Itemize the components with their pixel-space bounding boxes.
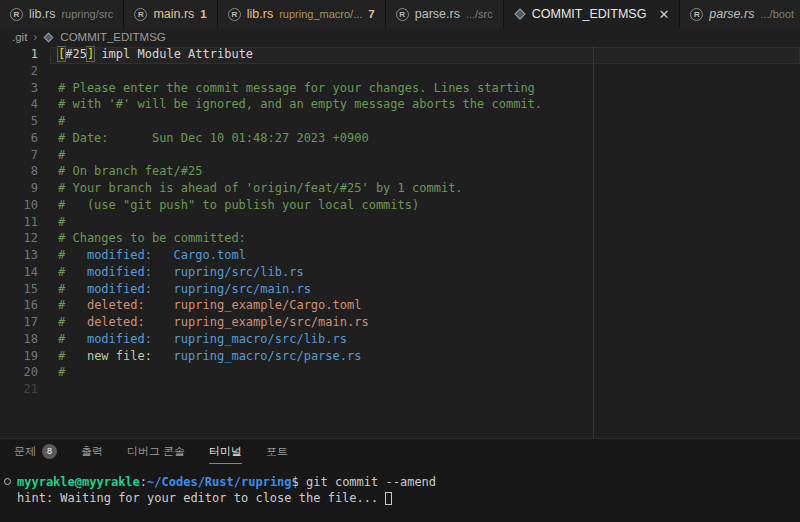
code-line-10[interactable]: # (use "git push" to publish your local … [50, 198, 800, 215]
terminal-text: hint: Waiting for your editor to close t… [17, 491, 385, 505]
code-line-13[interactable]: # modified: Cargo.toml [50, 248, 800, 265]
panel-tab-label: 문제 [14, 444, 36, 459]
git-diamond-icon [514, 8, 525, 19]
panel-tab-label: 디버그 콘솔 [127, 444, 185, 459]
code-line-9[interactable]: # Your branch is ahead of 'origin/feat/#… [50, 181, 800, 198]
rust-file-icon: R [396, 8, 409, 21]
editor-gutter: 123456789101112131415161718192021 [0, 47, 50, 399]
code-line-7[interactable]: # [50, 148, 800, 165]
code-token: deleted: rupring_example/Cargo.toml [65, 298, 361, 312]
code-line-16[interactable]: # deleted: rupring_example/Cargo.toml [50, 298, 800, 315]
editor-code[interactable]: [#25] impl Module Attribute# Please ente… [50, 47, 800, 399]
tab-description: .../src [466, 8, 493, 20]
tab-bar: Rlib.rsrupring/srcRmain.rs1Rlib.rsruprin… [0, 0, 800, 28]
code-line-3[interactable]: # Please enter the commit message for yo… [50, 81, 800, 98]
editor[interactable]: 123456789101112131415161718192021 [#25] … [0, 46, 800, 438]
line-number: 15 [0, 282, 50, 299]
code-token: # Changes to be committed: [58, 231, 246, 245]
problems-count-badge: 8 [42, 444, 57, 459]
tab-description: .../boot [760, 8, 794, 20]
terminal[interactable]: myyrakle@myyrakle:~/Codes/Rust/rupring$ … [0, 464, 800, 506]
code-token: # Your branch is ahead of 'origin/feat/#… [58, 181, 463, 195]
chevron-right-icon: › [33, 30, 37, 44]
line-number: 10 [0, 198, 50, 215]
rust-file-icon: R [134, 8, 147, 21]
panel-tab-label: 포트 [266, 444, 288, 459]
tab-label: parse.rs [709, 7, 754, 21]
line-number: 4 [0, 97, 50, 114]
breadcrumb[interactable]: .git › COMMIT_EDITMSG [0, 28, 800, 46]
rust-file-icon: R [228, 8, 241, 21]
code-line-8[interactable]: # On branch feat/#25 [50, 164, 800, 181]
code-token: #25 [65, 47, 87, 61]
tab-description: rupring_macro/... [279, 8, 362, 20]
line-number: 12 [0, 231, 50, 248]
breadcrumb-file[interactable]: COMMIT_EDITMSG [60, 31, 165, 43]
line-number: 17 [0, 315, 50, 332]
tab-problems-badge: 7 [368, 8, 374, 20]
code-line-1[interactable]: [#25] impl Module Attribute [50, 47, 800, 64]
tab-problems-badge: 1 [200, 8, 206, 20]
code-line-14[interactable]: # modified: rupring/src/lib.rs [50, 265, 800, 282]
code-line-20[interactable]: # [50, 365, 800, 382]
code-line-19[interactable]: # new file: rupring_macro/src/parse.rs [50, 349, 800, 366]
panel-tab-item[interactable]: 디버그 콘솔 [127, 439, 185, 464]
panel-tab-active[interactable]: 터미널 [209, 439, 242, 464]
code-token: impl Module Attribute [94, 47, 253, 61]
git-diamond-icon [44, 32, 54, 42]
panel-tab-item[interactable]: 출력 [81, 439, 103, 464]
code-line-12[interactable]: # Changes to be committed: [50, 231, 800, 248]
code-line-5[interactable]: # [50, 114, 800, 131]
code-token: deleted: rupring_example/src/main.rs [65, 315, 368, 329]
tab-parse-rs-3[interactable]: Rparse.rs.../src [386, 0, 504, 28]
line-number: 16 [0, 298, 50, 315]
rust-file-icon: R [690, 8, 703, 21]
tab-lib-rs-2[interactable]: Rlib.rsrupring_macro/...7 [218, 0, 386, 28]
column-ruler [593, 46, 594, 438]
code-line-11[interactable]: # [50, 215, 800, 232]
line-number: 6 [0, 131, 50, 148]
tab-label: lib.rs [29, 7, 55, 21]
breadcrumb-folder[interactable]: .git [12, 31, 27, 43]
terminal-text: myyrakle@myyrakle [17, 475, 140, 489]
code-token: # Please enter the commit message for yo… [58, 81, 535, 95]
tab-lib-rs-0[interactable]: Rlib.rsrupring/src [0, 0, 124, 28]
tab-label: main.rs [153, 7, 194, 21]
tab-label: parse.rs [415, 7, 460, 21]
tab-parse-rs-5[interactable]: Rparse.rs.../boot [680, 0, 800, 28]
code-token: modified: Cargo.toml [65, 248, 246, 262]
code-token: # [58, 215, 65, 229]
line-number: 8 [0, 164, 50, 181]
line-number: 11 [0, 215, 50, 232]
line-number: 14 [0, 265, 50, 282]
line-number: 9 [0, 181, 50, 198]
code-line-17[interactable]: # deleted: rupring_example/src/main.rs [50, 315, 800, 332]
terminal-text: : [140, 475, 147, 489]
terminal-line-2: hint: Waiting for your editor to close t… [17, 490, 800, 506]
tab-commit-editmsg-4[interactable]: COMMIT_EDITMSG✕ [504, 0, 681, 28]
bottom-panel: 문제8출력디버그 콘솔터미널포트 myyrakle@myyrakle:~/Cod… [0, 438, 800, 522]
line-number: 5 [0, 114, 50, 131]
code-line-4[interactable]: # with '#' will be ignored, and an empty… [50, 97, 800, 114]
code-token: # On branch feat/#25 [58, 164, 203, 178]
terminal-cursor [385, 492, 392, 505]
code-line-6[interactable]: # Date: Sun Dec 10 01:48:27 2023 +0900 [50, 131, 800, 148]
panel-tab-label: 터미널 [209, 444, 242, 459]
tab-label: COMMIT_EDITMSG [532, 7, 647, 21]
code-token: # with '#' will be ignored, and an empty… [58, 97, 542, 111]
rust-file-icon: R [10, 8, 23, 21]
line-number: 7 [0, 148, 50, 165]
panel-tab-item[interactable]: 포트 [266, 439, 288, 464]
code-line-15[interactable]: # modified: rupring/src/main.rs [50, 282, 800, 299]
line-number: 1 [0, 47, 50, 64]
tab-label: lib.rs [247, 7, 273, 21]
terminal-text: $ git commit --amend [292, 475, 437, 489]
tab-main-rs-1[interactable]: Rmain.rs1 [124, 0, 217, 28]
code-line-21[interactable] [50, 382, 800, 399]
panel-tab-item[interactable]: 문제8 [14, 439, 57, 464]
panel-tab-bar: 문제8출력디버그 콘솔터미널포트 [0, 439, 800, 464]
close-icon[interactable]: ✕ [658, 8, 669, 21]
command-decoration-circle-icon [4, 478, 11, 485]
code-line-2[interactable] [50, 64, 800, 81]
code-line-18[interactable]: # modified: rupring_macro/src/lib.rs [50, 332, 800, 349]
